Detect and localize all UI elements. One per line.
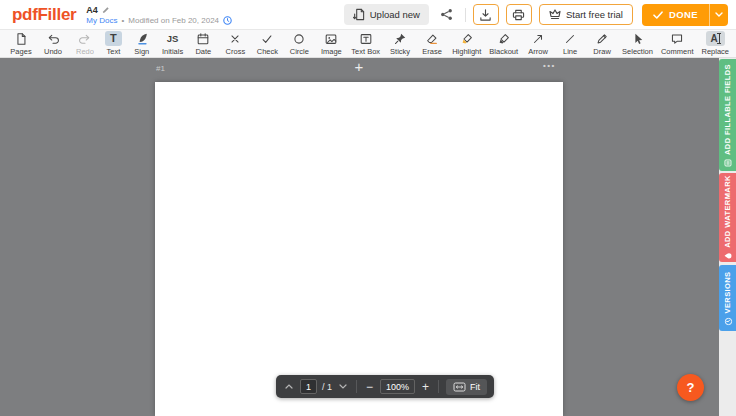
document-title: A4	[86, 5, 98, 15]
tool-comment[interactable]: Comment	[657, 31, 698, 56]
caret-down-icon	[715, 12, 723, 17]
chevron-up-icon	[285, 384, 293, 389]
upload-new-label: Upload new	[370, 9, 420, 20]
edit-pencil-icon[interactable]	[102, 5, 111, 14]
tool-cross[interactable]: Cross	[219, 31, 251, 56]
tool-circle[interactable]: Circle	[283, 31, 315, 56]
chevron-down-icon	[339, 384, 347, 389]
tab-add-fillable-fields[interactable]: ADD FILLABLE FIELDS	[719, 59, 736, 171]
download-button[interactable]	[473, 4, 499, 25]
toolbar-right-group: Comment A Replace Search Settings	[657, 31, 736, 56]
download-icon	[479, 8, 492, 21]
total-pages-label: / 1	[322, 382, 332, 392]
upload-icon	[353, 8, 365, 21]
line-icon	[558, 31, 582, 46]
tool-initials[interactable]: JS Initials	[158, 31, 188, 56]
help-button[interactable]: ?	[677, 374, 704, 401]
tool-line[interactable]: Line	[554, 31, 586, 56]
cross-icon	[223, 31, 247, 46]
previous-page-button[interactable]	[283, 382, 295, 391]
comment-bubble-icon	[665, 31, 689, 46]
tool-check[interactable]: Check	[251, 31, 283, 56]
arrow-icon	[526, 31, 550, 46]
page-number-label: #1	[156, 64, 165, 73]
tool-text-box[interactable]: Text Box	[347, 31, 384, 56]
tab-label: ADD WATERMARK	[723, 175, 732, 248]
breadcrumb-my-docs[interactable]: My Docs	[86, 16, 117, 25]
start-free-trial-label: Start free trial	[566, 9, 623, 20]
form-fields-icon	[724, 158, 732, 166]
redo-icon	[73, 31, 97, 46]
tool-arrow[interactable]: Arrow	[522, 31, 554, 56]
add-page-button[interactable]: +	[348, 59, 370, 75]
tool-sticky[interactable]: Sticky	[384, 31, 416, 56]
done-button-group: DONE	[642, 4, 728, 26]
tool-draw[interactable]: Draw	[586, 31, 618, 56]
clock-icon	[223, 16, 232, 25]
tool-date[interactable]: Date	[187, 31, 219, 56]
fit-label: Fit	[470, 382, 480, 392]
document-canvas: #1 + ••• ADD FILLABLE FIELDS ADD WATERMA…	[0, 58, 736, 416]
header-divider	[465, 8, 466, 22]
text-icon: T	[105, 31, 122, 46]
app-header: pdfFiller A4 My Docs • Modified on Feb 2…	[0, 0, 736, 30]
tool-replace[interactable]: A Replace	[697, 31, 733, 56]
zoom-in-button[interactable]: +	[420, 381, 431, 393]
pdf-page[interactable]	[155, 82, 563, 416]
start-free-trial-button[interactable]: Start free trial	[539, 4, 633, 25]
highlighter-icon	[455, 31, 479, 46]
crown-icon	[549, 9, 561, 20]
text-box-icon	[354, 31, 378, 46]
tab-versions[interactable]: VERSIONS	[719, 265, 736, 331]
selection-cursor-icon	[626, 31, 650, 46]
breadcrumb-separator: •	[121, 16, 124, 25]
watermark-icon	[724, 252, 732, 260]
editor-toolbar: Pages Undo Redo T Text Sign JS Initials …	[0, 30, 736, 58]
image-icon	[319, 31, 343, 46]
pencil-draw-icon	[590, 31, 614, 46]
tool-text[interactable]: T Text	[101, 31, 126, 56]
sign-feather-icon	[130, 31, 154, 46]
next-page-button[interactable]	[337, 382, 349, 391]
initials-icon: JS	[162, 31, 184, 46]
done-label: DONE	[669, 9, 698, 20]
tool-erase[interactable]: Erase	[416, 31, 448, 56]
sticky-pin-icon	[388, 31, 412, 46]
eraser-icon	[420, 31, 444, 46]
tool-undo[interactable]: Undo	[37, 31, 69, 56]
fit-button[interactable]: Fit	[446, 379, 487, 395]
fit-screen-icon	[453, 382, 466, 392]
upload-new-button[interactable]: Upload new	[344, 4, 429, 25]
tool-pages[interactable]: Pages	[5, 31, 37, 56]
tool-sign[interactable]: Sign	[126, 31, 158, 56]
tool-blackout[interactable]: Blackout	[485, 31, 522, 56]
pages-icon	[9, 31, 33, 46]
pager-divider	[438, 380, 439, 393]
zoom-level-value[interactable]: 100%	[380, 379, 415, 394]
tab-label: VERSIONS	[723, 271, 732, 313]
blackout-marker-icon	[492, 31, 516, 46]
tool-selection[interactable]: Selection	[618, 31, 657, 56]
page-menu-button[interactable]: •••	[543, 61, 556, 70]
tool-highlight[interactable]: Highlight	[448, 31, 485, 56]
check-icon	[255, 31, 279, 46]
done-button[interactable]: DONE	[642, 4, 709, 26]
share-button[interactable]	[436, 4, 458, 25]
zoom-out-button[interactable]: −	[364, 381, 375, 393]
document-info: A4 My Docs • Modified on Feb 20, 2024	[86, 5, 232, 25]
modified-date: Modified on Feb 20, 2024	[128, 16, 219, 25]
pager-divider	[356, 380, 357, 393]
tool-redo[interactable]: Redo	[69, 31, 101, 56]
check-icon	[653, 11, 663, 19]
replace-icon: A	[706, 31, 725, 46]
done-dropdown-button[interactable]	[709, 4, 728, 26]
tab-add-watermark[interactable]: ADD WATERMARK	[719, 173, 736, 262]
print-button[interactable]	[506, 4, 532, 25]
tool-image[interactable]: Image	[315, 31, 347, 56]
current-page-input[interactable]: 1	[300, 379, 317, 394]
undo-icon	[41, 31, 65, 46]
calendar-icon	[191, 31, 215, 46]
circle-icon	[287, 31, 311, 46]
print-icon	[512, 9, 525, 21]
tab-label: ADD FILLABLE FIELDS	[723, 64, 732, 155]
